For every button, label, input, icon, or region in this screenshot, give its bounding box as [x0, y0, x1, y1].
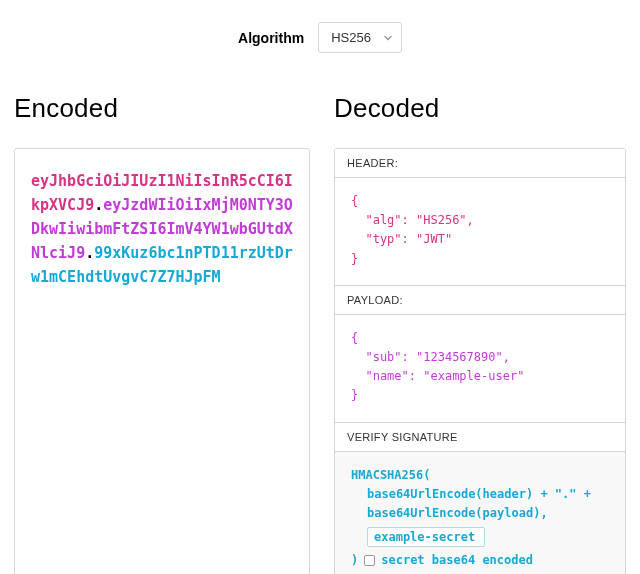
algorithm-select[interactable]: HS256	[318, 22, 402, 53]
sig-fn-close: )	[351, 551, 358, 570]
chevron-down-icon	[384, 32, 392, 43]
decoded-title: Decoded	[334, 93, 626, 124]
secret-base64-checkbox[interactable]	[364, 555, 375, 566]
token-dot-1: .	[94, 196, 103, 214]
sig-fn-open: HMACSHA256(	[351, 466, 609, 485]
header-json: { "alg": "HS256", "typ": "JWT" }	[351, 192, 609, 269]
secret-input[interactable]	[367, 527, 485, 547]
secret-base64-label: secret base64 encoded	[381, 551, 533, 570]
encoded-title: Encoded	[14, 93, 310, 124]
algorithm-selected-value: HS256	[331, 30, 371, 45]
token-dot-2: .	[85, 244, 94, 262]
verify-signature-area: HMACSHA256( base64UrlEncode(header) + ".…	[335, 452, 625, 575]
sig-line-payload: base64UrlEncode(payload),	[351, 504, 609, 523]
payload-json: { "sub": "1234567890", "name": "example-…	[351, 329, 609, 406]
algorithm-label: Algorithm	[238, 30, 304, 46]
header-json-area[interactable]: { "alg": "HS256", "typ": "JWT" }	[335, 178, 625, 285]
verify-panel-title: VERIFY SIGNATURE	[335, 422, 625, 452]
encoded-token-area[interactable]: eyJhbGciOiJIUzI1NiIsInR5cCI6IkpXVCJ9.eyJ…	[14, 148, 310, 574]
payload-panel-title: PAYLOAD:	[335, 285, 625, 315]
payload-json-area[interactable]: { "sub": "1234567890", "name": "example-…	[335, 315, 625, 422]
sig-line-header: base64UrlEncode(header) + "." +	[351, 485, 609, 504]
algorithm-row: Algorithm HS256	[14, 22, 626, 53]
header-panel-title: HEADER:	[335, 149, 625, 178]
decoded-card: HEADER: { "alg": "HS256", "typ": "JWT" }…	[334, 148, 626, 574]
